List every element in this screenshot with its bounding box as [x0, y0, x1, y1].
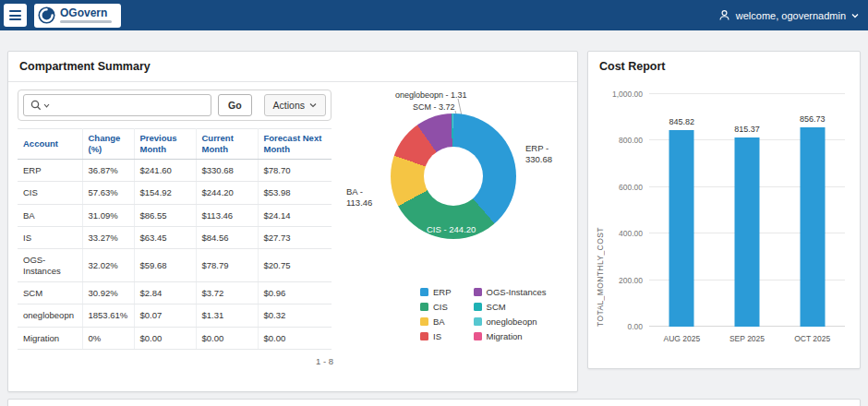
- bar-group: 856.73OCT 2025: [779, 94, 845, 327]
- donut-callout-scm: SCM - 3.72: [413, 102, 455, 113]
- compartment-summary-card: Compartment Summary Go: [7, 51, 578, 392]
- donut-callout-erp-label: ERP -: [525, 143, 549, 153]
- legend-item[interactable]: oneglobeopn: [474, 316, 547, 327]
- card-header: Compartment Summary: [8, 52, 577, 82]
- table-cell: CIS: [18, 182, 82, 204]
- table-cell: $63.45: [134, 226, 196, 248]
- legend-label: OGS-Instances: [487, 287, 547, 297]
- legend-swatch: [474, 317, 482, 326]
- donut-callout-erp-value: 330.68: [525, 154, 552, 164]
- legend-swatch: [474, 303, 482, 311]
- table-cell: 1853.61%: [82, 304, 134, 327]
- search-input[interactable]: [53, 101, 207, 111]
- cost-report-chart: TOTAL_MONTHLY_COST 0.00200.00400.00600.0…: [588, 81, 860, 366]
- legend-item[interactable]: Migration: [474, 331, 547, 341]
- bar-series: 845.82AUG 2025815.37SEP 2025856.73OCT 20…: [649, 94, 845, 327]
- legend-label: Migration: [487, 331, 523, 341]
- search-box[interactable]: [23, 94, 211, 116]
- column-header[interactable]: Current Month: [196, 129, 258, 160]
- donut-callout-ba-label: BA -: [346, 186, 363, 197]
- bar[interactable]: [669, 130, 694, 327]
- table-cell: $0.96: [258, 282, 332, 304]
- bar-group: 845.82AUG 2025: [649, 94, 715, 327]
- chevron-down-icon: [851, 13, 859, 18]
- bar[interactable]: [735, 137, 760, 327]
- compartment-summary-body: Go Actions AccountChange (%)Previous Mon…: [8, 82, 577, 366]
- donut-chart[interactable]: [391, 113, 516, 239]
- legend-swatch: [420, 317, 428, 326]
- brand-tagline: [60, 20, 112, 23]
- donut-callout-oneglobeopn: oneglobeopn - 1.31: [395, 90, 467, 102]
- table-cell: SCM: [18, 282, 82, 304]
- y-tick-label: 400.00: [619, 229, 643, 238]
- column-header[interactable]: Previous Month: [134, 129, 196, 160]
- donut-callout-ba: BA - 113.46: [346, 186, 372, 209]
- report-region: Go Actions AccountChange (%)Previous Mon…: [18, 90, 341, 366]
- bar-plot: 0.00200.00400.00600.00800.001,000.00845.…: [649, 94, 845, 327]
- chevron-down-icon: [309, 102, 317, 108]
- table-cell: $154.92: [134, 182, 196, 204]
- brand-logo[interactable]: OGovern: [34, 4, 121, 28]
- table-cell: $86.55: [134, 204, 196, 226]
- legend-label: BA: [433, 316, 445, 327]
- x-tick-label: AUG 2025: [663, 334, 700, 343]
- table-cell: 57.63%: [82, 182, 134, 204]
- table-row: OGS-Instances32.02%$59.68$78.79$20.75: [18, 249, 332, 282]
- bar-value-label: 845.82: [669, 117, 695, 126]
- table-cell: IS: [18, 226, 82, 248]
- legend-item[interactable]: OGS-Instances: [474, 287, 547, 297]
- y-tick-label: 600.00: [619, 183, 643, 192]
- table-cell: 33.27%: [82, 226, 134, 248]
- table-row: SCM30.92%$2.84$3.72$0.96: [18, 282, 332, 304]
- card-header: Cost Report: [588, 52, 860, 81]
- report-toolbar: Go Actions: [18, 90, 332, 121]
- column-header[interactable]: Change (%): [82, 129, 134, 160]
- hamburger-icon: [9, 10, 21, 20]
- brand-logo-icon: [38, 6, 55, 24]
- table-row: IS33.27%$63.45$84.56$27.73: [18, 226, 332, 248]
- legend-item[interactable]: BA: [420, 316, 452, 327]
- table-row: Migration0%$0.00$0.00$0.00: [18, 327, 332, 349]
- legend-label: CIS: [433, 302, 448, 312]
- legend-item[interactable]: SCM: [474, 302, 547, 312]
- go-button[interactable]: Go: [218, 94, 252, 116]
- legend-label: oneglobeopn: [487, 316, 537, 327]
- legend-label: IS: [433, 331, 441, 341]
- table-cell: $53.98: [258, 182, 332, 204]
- menu-button[interactable]: [4, 4, 27, 27]
- search-icon[interactable]: [28, 100, 53, 111]
- user-menu[interactable]: welcome, ogovernadmin: [718, 9, 859, 21]
- y-tick-label: 0.00: [627, 322, 643, 331]
- table-cell: $330.68: [196, 159, 258, 181]
- chevron-down-icon: [43, 103, 50, 108]
- legend-swatch: [420, 303, 428, 311]
- table-cell: 36.87%: [82, 159, 134, 181]
- y-tick-label: 200.00: [619, 276, 643, 285]
- column-header[interactable]: Forecast Next Month: [258, 129, 332, 160]
- table-cell: $0.07: [134, 304, 196, 327]
- legend-swatch: [474, 288, 482, 296]
- column-header[interactable]: Account: [18, 129, 82, 160]
- summary-table-header-row: AccountChange (%)Previous MonthCurrent M…: [18, 129, 332, 160]
- table-cell: $20.75: [258, 249, 332, 282]
- table-cell: $0.00: [258, 327, 332, 349]
- next-card-partial: [7, 399, 861, 406]
- table-cell: 31.09%: [82, 204, 134, 226]
- legend-item[interactable]: ERP: [420, 287, 452, 297]
- table-cell: OGS-Instances: [18, 249, 82, 282]
- table-cell: $0.00: [196, 327, 258, 349]
- donut-callout-ba-value: 113.46: [346, 197, 372, 208]
- legend-item[interactable]: CIS: [420, 302, 452, 312]
- table-cell: 32.02%: [82, 249, 134, 282]
- table-row: CIS57.63%$154.92$244.20$53.98: [18, 182, 332, 204]
- table-row: BA31.09%$86.55$113.46$24.14: [18, 204, 332, 226]
- table-cell: $78.79: [196, 249, 258, 282]
- donut-slice-label-cis: CIS - 244.20: [427, 224, 476, 235]
- bar[interactable]: [800, 127, 825, 327]
- legend-swatch: [420, 288, 428, 296]
- table-cell: ERP: [18, 159, 82, 181]
- actions-button[interactable]: Actions: [264, 94, 326, 116]
- x-tick-label: OCT 2025: [794, 334, 830, 343]
- legend-swatch: [420, 332, 428, 340]
- legend-item[interactable]: IS: [420, 331, 452, 341]
